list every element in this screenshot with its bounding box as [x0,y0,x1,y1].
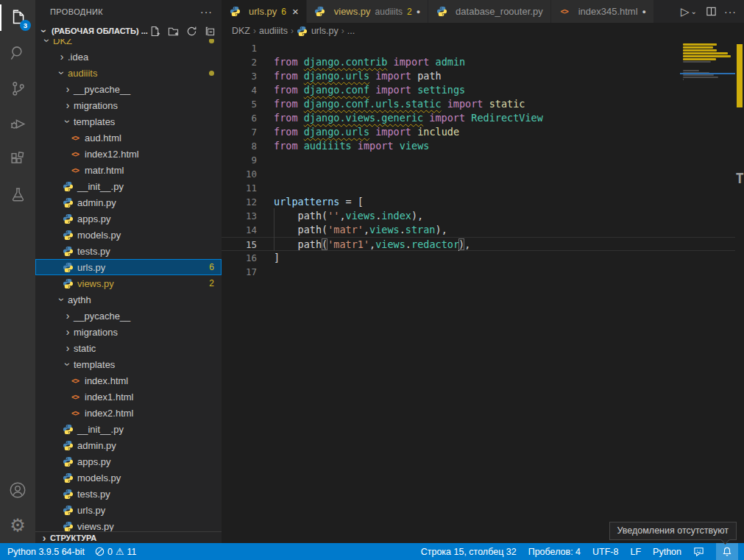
tree-item-index1-html[interactable]: <>index1.html [35,389,222,405]
tab-index345-html[interactable]: <> index345.html ● [551,0,654,23]
activity-testing[interactable] [0,177,35,212]
collapse-all-icon[interactable] [204,25,216,37]
activity-settings[interactable]: ⚙ [0,508,35,543]
tree-item-index-html[interactable]: <>index.html [35,372,222,389]
code-line-2[interactable]: 2from django.contrib import admin [222,55,744,69]
tree-item-tests-py[interactable]: tests.py [35,486,222,502]
line-number: 16 [222,251,257,265]
tree-item-dkz[interactable]: ›DKZ [35,39,222,49]
notifications-bell-icon[interactable] [716,543,738,560]
python-interpreter-status[interactable]: Python 3.9.5 64-bit [7,547,85,557]
cursor-position-status[interactable]: Строка 15, столбец 32 [421,547,517,557]
minimap[interactable] [683,41,734,83]
code-line-5[interactable]: 5from django.conf.urls.static import sta… [222,97,744,111]
tab-views-py[interactable]: views.py audiiits 2 ● [307,0,428,23]
html-icon: <> [69,391,81,403]
tree-item-audiiits[interactable]: ›audiiits [35,65,222,81]
tree-item-urls-py[interactable]: urls.py [35,502,222,518]
activity-run-debug[interactable] [0,106,35,141]
code-editor[interactable]: 12from django.contrib import admin3from … [222,39,744,543]
encoding-status[interactable]: UTF-8 [592,547,618,557]
tree-item-matr-html[interactable]: <>matr.html [35,162,222,178]
tree-item-views-py[interactable]: views.py [35,518,222,531]
breadcrumb-item[interactable]: audiiits [259,26,288,36]
code-line-16[interactable]: 16] [222,251,744,265]
tree-item-models-py[interactable]: models.py [35,469,222,486]
activity-source-control[interactable] [0,71,35,106]
problems-status[interactable]: 0 ⚠ 11 [95,546,137,557]
tree-item-apps-py[interactable]: apps.py [35,453,222,469]
search-icon [8,43,27,63]
problem-count-badge: 2 [209,278,214,288]
code-line-10[interactable]: 10 [222,167,744,181]
modified-dot-icon[interactable]: ● [417,8,420,15]
editor-more-actions-icon[interactable]: ··· [724,4,737,20]
tree-item-urls-py[interactable]: urls.py6 [35,259,222,275]
tree-item-aud-html[interactable]: <>aud.html [35,130,222,146]
tree-item-admin-py[interactable]: admin.py [35,437,222,453]
sidebar-title: ПРОВОДНИК [50,7,103,16]
code-line-3[interactable]: 3from django.urls import path [222,69,744,83]
tree-item-label: urls.py [77,505,105,516]
error-circle-icon [95,547,104,556]
chevron-down-icon: › [39,25,49,37]
breadcrumb-item[interactable]: ... [347,26,355,36]
modified-dot-icon[interactable]: ● [642,8,646,15]
activity-extensions[interactable] [0,141,35,177]
activity-accounts[interactable] [0,472,35,508]
code-line-12[interactable]: 12urlpatterns = [ [222,195,744,209]
code-line-17[interactable]: 17 [222,265,744,279]
code-line-13[interactable]: 13 path('',views.index), [222,209,744,223]
sidebar-more-actions-icon[interactable]: ··· [200,6,213,18]
outline-section-header[interactable]: › СТРУКТУРА [35,531,222,543]
activity-explorer[interactable]: 3 [0,0,35,35]
code-line-4[interactable]: 4from django.conf import settings [222,83,744,97]
code-line-6[interactable]: 6from django.views.generic import Redire… [222,111,744,125]
tree-item--pycache-[interactable]: ›__pycache__ [35,308,222,324]
workspace-section-header[interactable]: › (РАБОЧАЯ ОБЛАСТЬ) ... [35,23,222,39]
tree-item-apps-py[interactable]: apps.py [35,210,222,227]
activity-search[interactable] [0,35,35,71]
refresh-icon[interactable] [185,25,197,37]
code-line-11[interactable]: 11 [222,181,744,195]
code-line-8[interactable]: 8from audiiits import views [222,139,744,153]
code-line-7[interactable]: 7from django.urls import include [222,125,744,139]
tab-database-roouter-py[interactable]: database_roouter.py [428,0,551,23]
code-line-9[interactable]: 9 [222,153,744,167]
tree-item-index2-html[interactable]: <>index2.html [35,405,222,421]
tree-item--init-py[interactable]: __init__.py [35,178,222,194]
tree-item-static[interactable]: ›static [35,340,222,356]
run-button[interactable]: ▷ [681,4,690,20]
new-file-icon[interactable] [149,25,160,37]
tree-item-tests-py[interactable]: tests.py [35,243,222,259]
scrollbar[interactable]: T [735,39,744,543]
tree-item-migrations[interactable]: ›migrations [35,97,222,113]
split-editor-icon[interactable] [706,4,717,20]
breadcrumb-item[interactable]: urls.py [311,26,339,36]
tab-urls-py[interactable]: urls.py 6 × [222,0,307,23]
code-line-14[interactable]: 14 path('matr',views.stran), [222,223,744,237]
tree-item-label: templates [74,359,115,370]
eol-status[interactable]: LF [630,547,641,557]
indentation-status[interactable]: Пробелов: 4 [528,547,581,557]
tree-item-label: aythh [68,294,91,305]
tree-item-migrations[interactable]: ›migrations [35,324,222,340]
tree-item-models-py[interactable]: models.py [35,227,222,243]
tree-item--pycache-[interactable]: ›__pycache__ [35,81,222,97]
code-line-1[interactable]: 1 [222,41,744,55]
run-dropdown-icon[interactable]: ⌄ [691,4,697,20]
breadcrumb-item[interactable]: DKZ [232,26,250,36]
tree-item-admin-py[interactable]: admin.py [35,194,222,210]
new-folder-icon[interactable] [167,25,179,37]
tree-item-templates[interactable]: ›templates [35,113,222,130]
feedback-smiley-icon[interactable] [693,546,704,557]
tree-item--idea[interactable]: ›.idea [35,49,222,65]
tree-item-aythh[interactable]: ›aythh [35,291,222,308]
code-line-15[interactable]: 15 path('matr1',views.redactor), [222,237,744,251]
language-mode-status[interactable]: Python [653,547,681,557]
close-icon[interactable]: × [292,5,299,18]
tree-item--init-py[interactable]: __init__.py [35,421,222,437]
tree-item-index12-html[interactable]: <>index12.html [35,146,222,162]
tree-item-templates[interactable]: ›templates [35,356,222,372]
tree-item-views-py[interactable]: views.py2 [35,275,222,291]
